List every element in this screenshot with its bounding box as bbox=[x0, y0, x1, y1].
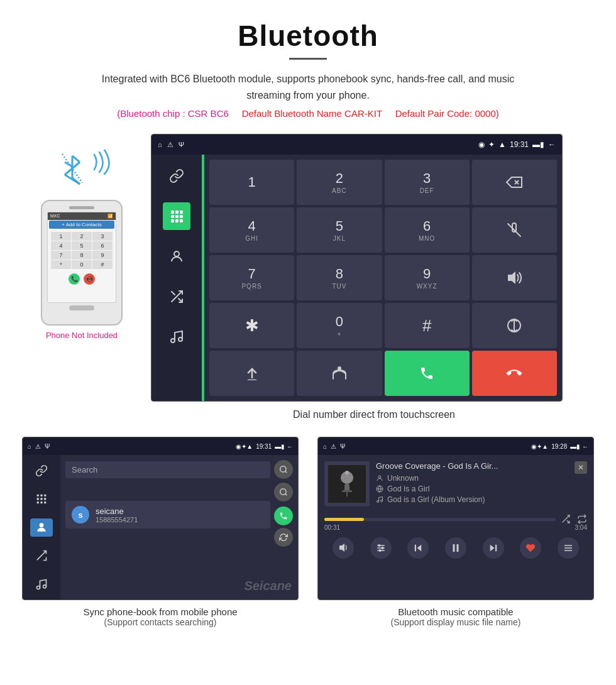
pb-contact-active-icon[interactable] bbox=[30, 518, 53, 537]
play-icon bbox=[450, 542, 461, 554]
sidebar-music-icon[interactable] bbox=[163, 323, 190, 351]
music-shuffle-icon[interactable] bbox=[561, 514, 571, 524]
sidebar-chain-icon[interactable] bbox=[163, 162, 190, 190]
dial-sidebar bbox=[151, 155, 202, 401]
svg-point-16 bbox=[174, 251, 179, 256]
svg-line-21 bbox=[508, 224, 520, 236]
pb-status-left: ⌂ ⚠ Ψ bbox=[28, 443, 50, 450]
pb-music-icon[interactable] bbox=[30, 575, 53, 593]
pb-contact-search-button[interactable] bbox=[274, 483, 293, 501]
svg-rect-31 bbox=[37, 498, 39, 500]
dial-key-6[interactable]: 6MNO bbox=[385, 207, 470, 253]
page-header: Bluetooth Integrated with BC6 Bluetooth … bbox=[0, 0, 616, 128]
dial-key-1[interactable]: 1 bbox=[209, 160, 294, 205]
contact-name: seicane bbox=[96, 507, 264, 516]
phone-screen-topbar: MXC📶 bbox=[48, 212, 116, 220]
dial-pad: 1 2ABC 3DEF 4GHI 5JKL 6MNO bbox=[204, 155, 562, 401]
dial-key-star[interactable]: ✱ bbox=[209, 303, 294, 348]
phonebook-caption-sub: (Support contacts searching) bbox=[104, 617, 217, 627]
svg-rect-63 bbox=[415, 545, 416, 552]
dial-key-hash[interactable]: # bbox=[385, 303, 470, 348]
phone-not-included-label: Phone Not Included bbox=[46, 331, 118, 340]
music-note-icon bbox=[376, 496, 383, 503]
svg-rect-28 bbox=[37, 495, 39, 496]
phone-key-5: 5 bbox=[72, 241, 92, 250]
dial-key-8[interactable]: 8TUV bbox=[297, 255, 382, 300]
music-top-row: Groove Coverage - God Is A Gir... ✕ Unkn… bbox=[324, 461, 587, 507]
list-icon bbox=[563, 543, 574, 553]
contact-avatar: s bbox=[72, 506, 89, 523]
svg-rect-10 bbox=[171, 215, 174, 218]
dial-key-5[interactable]: 5JKL bbox=[297, 207, 382, 253]
music-home-icon: ⌂ bbox=[323, 443, 327, 450]
dial-key-2[interactable]: 2ABC bbox=[297, 160, 382, 205]
dial-key-end-call[interactable] bbox=[472, 351, 557, 396]
music-prev-button[interactable] bbox=[407, 537, 429, 559]
music-progress-bar[interactable] bbox=[324, 518, 556, 521]
dial-key-swap[interactable] bbox=[472, 303, 557, 348]
svg-point-37 bbox=[40, 523, 44, 528]
dial-screen-column: ⌂ ⚠ Ψ ◉ ✦ ▲ 19:31 ▬▮ ← bbox=[145, 134, 597, 430]
dial-key-up[interactable] bbox=[209, 351, 294, 396]
music-screenshot: ⌂ ⚠ Ψ ◉✦▲ 19:28 ▬▮ ← bbox=[317, 437, 594, 600]
location-icon: ◉ bbox=[478, 140, 485, 149]
music-playlist-button[interactable] bbox=[558, 537, 579, 559]
pb-refresh-button[interactable] bbox=[274, 528, 293, 547]
music-repeat-icon[interactable] bbox=[577, 514, 587, 524]
music-body: Groove Coverage - God Is A Gir... ✕ Unkn… bbox=[318, 455, 593, 600]
music-favorite-button[interactable] bbox=[520, 537, 541, 559]
dial-key-merge[interactable] bbox=[297, 351, 382, 396]
music-next-button[interactable] bbox=[483, 537, 504, 559]
phone-call-red: 📵 bbox=[84, 273, 95, 285]
dial-key-4[interactable]: 4GHI bbox=[209, 207, 294, 253]
svg-point-51 bbox=[377, 501, 379, 503]
music-progress-fill bbox=[324, 518, 364, 521]
pb-call-button[interactable] bbox=[274, 507, 293, 525]
phone-key-2: 2 bbox=[72, 232, 92, 241]
sidebar-contact-icon[interactable] bbox=[163, 243, 190, 270]
header-specs: (Bluetooth chip : CSR BC6 Default Blueto… bbox=[38, 108, 578, 119]
dial-key-call[interactable] bbox=[385, 351, 470, 396]
status-left-icons: ⌂ ⚠ Ψ bbox=[158, 141, 184, 149]
dial-key-3[interactable]: 3DEF bbox=[385, 160, 470, 205]
music-play-pause-button[interactable] bbox=[445, 537, 466, 559]
dial-key-0[interactable]: 0+ bbox=[297, 303, 382, 348]
svg-rect-46 bbox=[342, 490, 352, 492]
music-time-current: 00:31 bbox=[324, 524, 340, 531]
pb-battery-icon: ▬▮ ← bbox=[275, 443, 293, 450]
dial-key-volume[interactable] bbox=[472, 255, 557, 300]
dial-key-7[interactable]: 7PQRS bbox=[209, 255, 294, 300]
phone-mockup: MXC📶 + Add to Contacts 1 2 3 4 5 6 7 8 9… bbox=[41, 200, 123, 326]
music-caption-title: Bluetooth music compatible bbox=[398, 606, 513, 617]
pb-transfer-icon[interactable] bbox=[30, 547, 53, 565]
sidebar-transfer-icon[interactable] bbox=[163, 283, 190, 310]
warning-icon: ⚠ bbox=[167, 141, 173, 149]
svg-point-48 bbox=[345, 471, 349, 474]
sidebar-dialpad-icon[interactable] bbox=[163, 202, 190, 230]
prev-icon bbox=[412, 542, 424, 554]
pb-search-button[interactable] bbox=[274, 460, 293, 479]
music-close-button[interactable]: ✕ bbox=[575, 461, 587, 474]
dial-key-backspace[interactable] bbox=[472, 160, 557, 205]
music-globe-icon bbox=[376, 485, 383, 493]
svg-rect-30 bbox=[44, 495, 46, 496]
spec-bt-name: Default Bluetooth Name CAR-KIT bbox=[242, 108, 382, 119]
dial-key-9[interactable]: 9WXYZ bbox=[385, 255, 470, 300]
music-warning-icon: ⚠ bbox=[331, 443, 336, 450]
music-status-bar: ⌂ ⚠ Ψ ◉✦▲ 19:28 ▬▮ ← bbox=[318, 437, 593, 455]
music-eq-button[interactable] bbox=[370, 537, 392, 559]
back-icon[interactable]: ← bbox=[548, 140, 556, 149]
music-info: Groove Coverage - God Is A Gir... ✕ Unkn… bbox=[376, 461, 587, 506]
home-icon: ⌂ bbox=[158, 141, 162, 148]
pb-contact[interactable]: s seicane 15885554271 bbox=[65, 501, 270, 529]
bluetooth-symbol-icon bbox=[60, 153, 85, 187]
pb-search-row: Search bbox=[65, 460, 293, 479]
dial-key-mute[interactable] bbox=[472, 207, 557, 253]
pb-search-bar[interactable]: Search bbox=[65, 461, 270, 478]
next-icon bbox=[488, 542, 499, 554]
svg-rect-34 bbox=[37, 501, 39, 503]
music-volume-button[interactable] bbox=[333, 537, 354, 559]
svg-rect-33 bbox=[44, 498, 46, 500]
pb-dialpad-icon[interactable] bbox=[30, 490, 53, 508]
pb-chain-icon[interactable] bbox=[30, 461, 53, 480]
